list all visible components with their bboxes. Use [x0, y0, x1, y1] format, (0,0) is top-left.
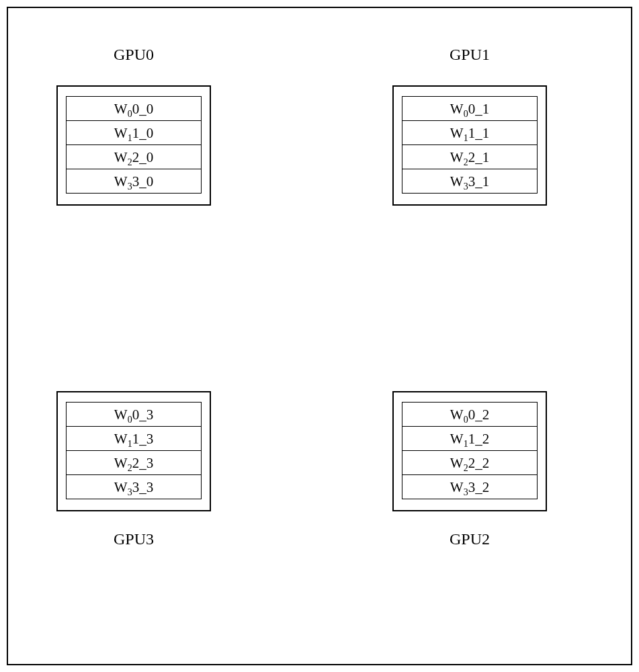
- gpu1-cell-1: W11_1: [402, 120, 538, 144]
- gpu0-cell-1: W11_0: [66, 120, 202, 144]
- gpu3-box: W00_3 W11_3 W22_3 W33_3: [56, 391, 211, 511]
- gpu1-cell-3: W33_1: [402, 169, 538, 194]
- gpu3-cell-0: W00_3: [66, 402, 202, 426]
- gpu0-cell-0: W00_0: [66, 96, 202, 120]
- gpu3-cell-2: W22_3: [66, 450, 202, 474]
- gpu2-cell-0: W00_2: [402, 402, 538, 426]
- gpu2-cell-1: W11_2: [402, 426, 538, 450]
- gpu2-label: GPU2: [392, 530, 547, 548]
- gpu0-cell-2: W22_0: [66, 144, 202, 169]
- gpu1-box: W00_1 W11_1 W22_1 W33_1: [392, 85, 547, 206]
- gpu1-block: GPU1 W00_1 W11_1 W22_1 W33_1: [392, 46, 547, 206]
- gpu3-block: W00_3 W11_3 W22_3 W33_3 GPU3: [56, 391, 211, 548]
- gpu0-cell-3: W33_0: [66, 169, 202, 194]
- gpu2-cell-3: W33_2: [402, 474, 538, 499]
- gpu2-block: W00_2 W11_2 W22_2 W33_2 GPU2: [392, 391, 547, 548]
- gpu0-block: GPU0 W00_0 W11_0 W22_0 W33_0: [56, 46, 211, 206]
- gpu0-label: GPU0: [56, 46, 211, 64]
- gpu0-box: W00_0 W11_0 W22_0 W33_0: [56, 85, 211, 206]
- gpu1-label: GPU1: [392, 46, 547, 64]
- gpu3-cell-1: W11_3: [66, 426, 202, 450]
- gpu3-cell-3: W33_3: [66, 474, 202, 499]
- gpu1-cell-2: W22_1: [402, 144, 538, 169]
- outer-frame: GPU0 W00_0 W11_0 W22_0 W33_0 GPU1 W00_1 …: [7, 7, 632, 665]
- gpu2-box: W00_2 W11_2 W22_2 W33_2: [392, 391, 547, 511]
- gpu3-label: GPU3: [56, 530, 211, 548]
- gpu2-cell-2: W22_2: [402, 450, 538, 474]
- gpu1-cell-0: W00_1: [402, 96, 538, 120]
